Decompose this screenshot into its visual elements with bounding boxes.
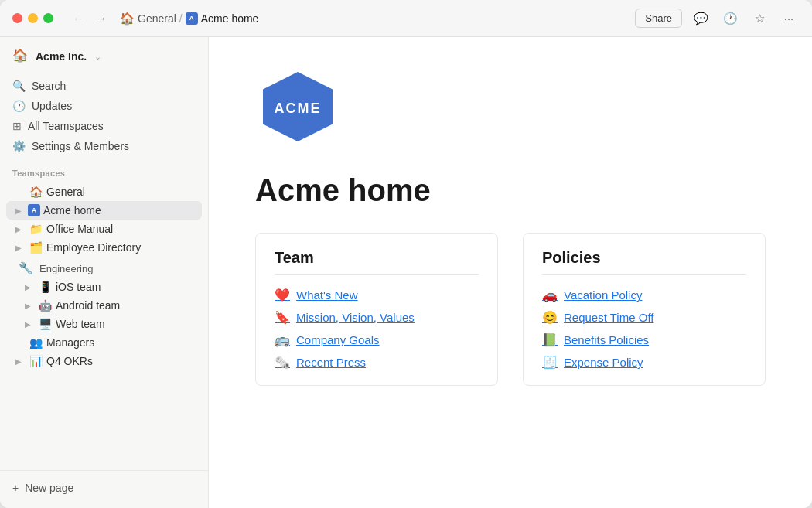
whats-new-link[interactable]: ❤️ What's New: [275, 288, 479, 302]
whats-new-label: What's New: [296, 288, 358, 302]
chart-icon: 📊: [28, 355, 43, 367]
share-button[interactable]: Share: [635, 9, 682, 28]
team-links: ❤️ What's New 🔖 Mission, Vision, Values …: [275, 288, 479, 370]
content-area: ACME Acme home Team ❤️ What's New 🔖: [209, 37, 812, 508]
q4-okrs-label: Q4 OKRs: [46, 355, 196, 367]
sidebar-bottom: + New page: [0, 470, 208, 508]
breadcrumb-separator: /: [179, 12, 183, 25]
new-page-label: New page: [25, 482, 73, 494]
sidebar-item-ios-team[interactable]: ▶ 📱 iOS team: [6, 278, 202, 296]
mission-label: Mission, Vision, Values: [296, 311, 415, 324]
receipt-icon: 🧾: [542, 355, 558, 370]
sidebar-item-search[interactable]: 🔍 Search: [6, 76, 202, 96]
home-icon: 🏠: [28, 186, 43, 198]
expense-policy-link[interactable]: 🧾 Expense Policy: [542, 355, 746, 370]
chevron-right-icon: ▶: [12, 206, 25, 215]
sidebar-item-q4-okrs[interactable]: ▶ 📊 Q4 OKRs: [6, 352, 202, 370]
directory-icon: 🗂️: [28, 241, 43, 254]
more-button[interactable]: ···: [778, 8, 800, 29]
office-manual-label: Office Manual: [46, 223, 196, 235]
sidebar-tree: 🏠 General ▶ A Acme home ▶ 📁 Office Manua…: [0, 181, 208, 372]
phone-icon: 📱: [37, 281, 53, 293]
acme-icon: A: [28, 204, 40, 216]
team-section: Team ❤️ What's New 🔖 Mission, Vision, Va…: [255, 233, 498, 386]
acme-badge-icon: A: [186, 12, 198, 25]
sidebar-item-acme-home[interactable]: ▶ A Acme home: [6, 201, 202, 220]
chevron-right-icon: ▶: [22, 283, 34, 292]
sidebar-item-employee-directory[interactable]: ▶ 🗂️ Employee Directory: [6, 238, 202, 257]
sidebar-item-office-manual[interactable]: ▶ 📁 Office Manual: [6, 220, 202, 238]
vacation-policy-link[interactable]: 🚗 Vacation Policy: [542, 288, 746, 302]
history-button[interactable]: 🕐: [719, 8, 741, 29]
engineering-heading: 🔧 Engineering: [6, 257, 202, 278]
svg-text:ACME: ACME: [275, 101, 322, 116]
search-label: Search: [32, 80, 66, 92]
robot-icon: 🤖: [37, 299, 53, 312]
managers-label: Managers: [46, 336, 196, 349]
sidebar-item-settings[interactable]: ⚙️ Settings & Members: [6, 136, 202, 156]
page-title: Acme home: [255, 173, 766, 208]
sidebar-item-managers[interactable]: 👥 Managers: [6, 333, 202, 352]
maximize-button[interactable]: [43, 13, 53, 23]
titlebar: ← → 🏠 General / A Acme home Share 💬 🕐 ☆ …: [0, 0, 812, 37]
request-time-off-link[interactable]: 😊 Request Time Off: [542, 310, 746, 325]
content-grid: Team ❤️ What's New 🔖 Mission, Vision, Va…: [255, 233, 766, 386]
benefits-label: Benefits Policies: [564, 333, 649, 346]
acme-home-label: Acme home: [43, 204, 196, 216]
bus-icon: 🚌: [275, 332, 290, 347]
bookmark-icon: 🔖: [275, 310, 290, 325]
breadcrumb: 🏠 General / A Acme home: [120, 12, 635, 26]
search-icon: 🔍: [12, 80, 26, 92]
recent-press-link[interactable]: 🗞️ Recent Press: [275, 355, 479, 370]
monitor-icon: 🖥️: [37, 318, 53, 330]
gear-icon: ⚙️: [12, 140, 26, 152]
workspace-name: Acme Inc.: [36, 50, 87, 63]
sidebar-item-web-team[interactable]: ▶ 🖥️ Web team: [6, 315, 202, 333]
heart-icon: ❤️: [275, 288, 290, 302]
acme-hexagon-svg: ACME: [255, 68, 340, 145]
home-icon: 🏠: [120, 12, 135, 26]
clock-icon: 🕐: [12, 100, 26, 112]
new-page-button[interactable]: + New page: [6, 477, 202, 499]
sidebar-item-all-teamspaces[interactable]: ⊞ All Teamspaces: [6, 116, 202, 136]
team-section-title: Team: [275, 249, 479, 275]
breadcrumb-parent[interactable]: General: [138, 12, 176, 25]
all-teamspaces-label: All Teamspaces: [28, 120, 104, 132]
company-goals-link[interactable]: 🚌 Company Goals: [275, 332, 479, 347]
recent-press-label: Recent Press: [296, 356, 366, 369]
sidebar-item-updates[interactable]: 🕐 Updates: [6, 96, 202, 116]
forward-button[interactable]: →: [92, 9, 111, 28]
ios-team-label: iOS team: [56, 281, 196, 293]
settings-label: Settings & Members: [32, 140, 129, 152]
main-area: 🏠 Acme Inc. ⌄ 🔍 Search 🕐 Updates ⊞ All T…: [0, 37, 812, 508]
minimize-button[interactable]: [28, 13, 38, 23]
vacation-label: Vacation Policy: [564, 288, 642, 302]
sidebar-item-android-team[interactable]: ▶ 🤖 Android team: [6, 296, 202, 315]
folder-icon: 📁: [28, 223, 43, 235]
back-button[interactable]: ←: [69, 9, 87, 28]
close-button[interactable]: [12, 13, 22, 23]
policies-section: Policies 🚗 Vacation Policy 😊 Request Tim…: [523, 233, 766, 386]
green-book-icon: 📗: [542, 332, 558, 347]
traffic-lights: [12, 13, 53, 23]
policies-section-title: Policies: [542, 249, 746, 275]
chevron-right-icon: ▶: [12, 244, 25, 252]
time-off-label: Request Time Off: [564, 311, 653, 324]
workspace-header[interactable]: 🏠 Acme Inc. ⌄: [0, 37, 208, 73]
benefits-policies-link[interactable]: 📗 Benefits Policies: [542, 332, 746, 347]
chevron-right-icon: ▶: [22, 320, 34, 329]
employee-directory-label: Employee Directory: [46, 241, 196, 254]
comment-button[interactable]: 💬: [690, 8, 711, 29]
mission-vision-link[interactable]: 🔖 Mission, Vision, Values: [275, 310, 479, 325]
sidebar-item-general[interactable]: 🏠 General: [6, 182, 202, 201]
company-goals-label: Company Goals: [296, 333, 380, 346]
android-team-label: Android team: [56, 299, 196, 312]
newspaper-icon: 🗞️: [275, 355, 290, 370]
smiley-icon: 😊: [542, 310, 558, 325]
sidebar: 🏠 Acme Inc. ⌄ 🔍 Search 🕐 Updates ⊞ All T…: [0, 37, 209, 508]
grid-icon: ⊞: [12, 120, 22, 132]
teamspaces-section-label: Teamspaces: [0, 159, 208, 181]
workspace-chevron-icon: ⌄: [94, 52, 101, 62]
acme-logo: ACME: [255, 68, 766, 148]
star-button[interactable]: ☆: [749, 8, 770, 29]
